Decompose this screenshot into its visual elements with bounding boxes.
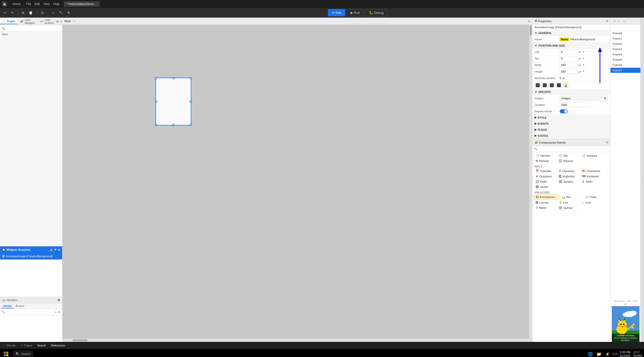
home-tab[interactable]: Home: [10, 1, 23, 7]
canvas-close-btn[interactable]: ×: [73, 20, 75, 23]
vertical-scrollbar[interactable]: [529, 25, 532, 342]
canvas-expand-icon[interactable]: ⊞: [528, 19, 530, 23]
palette-dropdown[interactable]: ▼ Dropdown: [534, 174, 556, 179]
section-specific[interactable]: ▼ SPECIFIC: [533, 89, 610, 95]
statusbar-references[interactable]: References: [51, 344, 65, 347]
debug-button[interactable]: 🐛 Debug: [365, 9, 387, 16]
pages-search-input[interactable]: [6, 27, 61, 30]
tab-pages[interactable]: 📄 Pages: [0, 18, 18, 24]
top-input[interactable]: [560, 56, 577, 61]
menu-help[interactable]: Help: [53, 2, 60, 6]
palette-canvas[interactable]: 🖼 Canvas: [534, 200, 556, 205]
palette-spinner[interactable]: 🌀 Spinner: [557, 205, 579, 210]
palette-tileview[interactable]: ⊞ TileView: [534, 158, 556, 163]
duration-input[interactable]: [560, 103, 590, 107]
taskbar-chrome-icon[interactable]: 🌐: [587, 350, 594, 357]
palette-expand-icon[interactable]: ⊞: [606, 141, 608, 144]
edit-button[interactable]: ✏ Edit: [328, 9, 345, 16]
side-collapse-btn[interactable]: ›: [640, 18, 644, 342]
palette-colorwheel[interactable]: 🎨 Colorwheel: [580, 169, 602, 173]
check-button[interactable]: ✓: [51, 10, 56, 16]
palette-checkbox[interactable]: ☑ Checkbox: [557, 169, 579, 173]
palette-animationimage[interactable]: 🎞 Animationim...: [534, 194, 559, 200]
frame-item-4[interactable]: Frame4: [611, 52, 640, 57]
width-input[interactable]: [560, 63, 577, 67]
widgets-lock-icon[interactable]: 🔒: [50, 248, 53, 251]
horizontal-scrollbar[interactable]: [62, 339, 529, 342]
page-item-main[interactable]: Main: [0, 32, 62, 37]
statusbar-output[interactable]: ✓ Output: [21, 344, 32, 347]
tab-user-actions[interactable]: </> User Actions: [37, 17, 56, 25]
resize-handle-tr[interactable]: [190, 77, 192, 79]
palette-tab[interactable]: 📋 Tab: [557, 153, 579, 158]
section-events[interactable]: ▶ EVENTS: [533, 121, 610, 127]
palette-line[interactable]: — Line: [580, 200, 602, 205]
height-dropdown-icon[interactable]: ▼: [582, 70, 585, 73]
frame-item-6[interactable]: Frame6: [611, 62, 640, 68]
canvas-animation-widget[interactable]: [156, 78, 191, 125]
vertical-scrollbar-thumb[interactable]: [530, 25, 532, 35]
tab-user-widgets[interactable]: 🧩 User Widgets: [18, 17, 37, 25]
frames-remove-btn[interactable]: —: [617, 19, 621, 23]
panel-add-icon[interactable]: +: [60, 19, 62, 23]
palette-window[interactable]: 🪟 Window: [557, 158, 579, 163]
palette-meter[interactable]: ⏱ Meter: [534, 205, 556, 210]
name-value-text[interactable]: PikachuBackground: [570, 38, 595, 41]
widgets-expand-icon[interactable]: ⊞: [58, 248, 60, 251]
settings-button[interactable]: ⚙: [66, 10, 72, 16]
panel-expand-icon[interactable]: ⊞: [56, 20, 59, 23]
taskbar-search-btn[interactable]: 🔍 Search: [12, 350, 34, 357]
palette-tabview[interactable]: 📑 Tabview: [534, 153, 556, 158]
widget-item-animation[interactable]: 🖼 AnimationImage [PikachuBackground]: [0, 253, 62, 259]
resize-handle-bl[interactable]: [155, 124, 157, 126]
palette-roller[interactable]: 🔄 Roller: [534, 179, 556, 184]
run-button[interactable]: ▶ Run: [347, 9, 364, 16]
palette-calendar[interactable]: 📅 Calendar: [534, 169, 556, 173]
taskbar-vscode-icon[interactable]: ⚡: [604, 350, 611, 357]
frame-item-7[interactable]: Frame7: [611, 68, 640, 73]
align-tl-btn[interactable]: ⬛: [535, 82, 541, 88]
section-states[interactable]: ▶ STATES: [533, 133, 610, 139]
align-mc-btn[interactable]: 🔒: [563, 82, 569, 88]
var-tab-global[interactable]: Global: [1, 304, 14, 308]
statusbar-search[interactable]: Search: [37, 344, 46, 347]
frame-item-2[interactable]: Frame2: [611, 41, 640, 47]
section-style[interactable]: ▶ STYLE: [533, 115, 610, 121]
frames-move-up-btn[interactable]: ↑↓: [622, 19, 627, 23]
canvas-tab[interactable]: Main ×: [64, 19, 75, 23]
resize-button[interactable]: ⊡: [40, 10, 45, 16]
taskbar-start-btn[interactable]: [2, 350, 10, 357]
left-input[interactable]: [560, 50, 577, 54]
resize-handle-mr[interactable]: [190, 101, 192, 103]
undo-button[interactable]: ↩: [2, 10, 8, 16]
align-ml-btn[interactable]: ⬛: [556, 82, 562, 88]
redo-button[interactable]: ↪: [9, 10, 15, 16]
resize-handle-br[interactable]: [190, 124, 192, 126]
menu-file[interactable]: File: [26, 2, 31, 6]
palette-slider[interactable]: 🎚 Slider: [580, 179, 602, 184]
frames-add-btn[interactable]: +: [613, 19, 616, 23]
height-input[interactable]: [560, 69, 577, 74]
palette-search-input[interactable]: [538, 148, 609, 151]
palette-keyboard[interactable]: ⌨ Keyboard: [580, 174, 602, 179]
frame-item-3[interactable]: Frame3: [611, 47, 640, 52]
left-dropdown-icon[interactable]: ▼: [582, 50, 585, 53]
section-flags[interactable]: ▶ FLAGS: [533, 127, 610, 133]
palette-chart[interactable]: 📈 Chart: [583, 194, 606, 200]
frame-item-1[interactable]: Frame1: [611, 36, 640, 41]
frames-search-input[interactable]: [612, 26, 639, 29]
frame-item-5[interactable]: Frame5: [611, 57, 640, 62]
menu-edit[interactable]: Edit: [34, 2, 40, 6]
taskbar-explorer-icon[interactable]: 📁: [595, 350, 602, 357]
canvas-area[interactable]: [62, 25, 532, 342]
menu-view[interactable]: View: [43, 2, 50, 6]
variables-search-input[interactable]: [6, 311, 54, 314]
resize-handle-tl[interactable]: [155, 77, 157, 79]
tool-button[interactable]: ⛏: [58, 10, 64, 16]
copy-button[interactable]: ⧉: [20, 10, 26, 16]
palette-textarea[interactable]: 📝 Textarea: [580, 153, 602, 158]
section-general[interactable]: ▼ GENERAL: [533, 30, 610, 36]
resize-handle-tc[interactable]: [172, 77, 174, 79]
repeat-toggle[interactable]: [560, 109, 568, 113]
align-tr-btn[interactable]: ⬛: [549, 82, 555, 88]
